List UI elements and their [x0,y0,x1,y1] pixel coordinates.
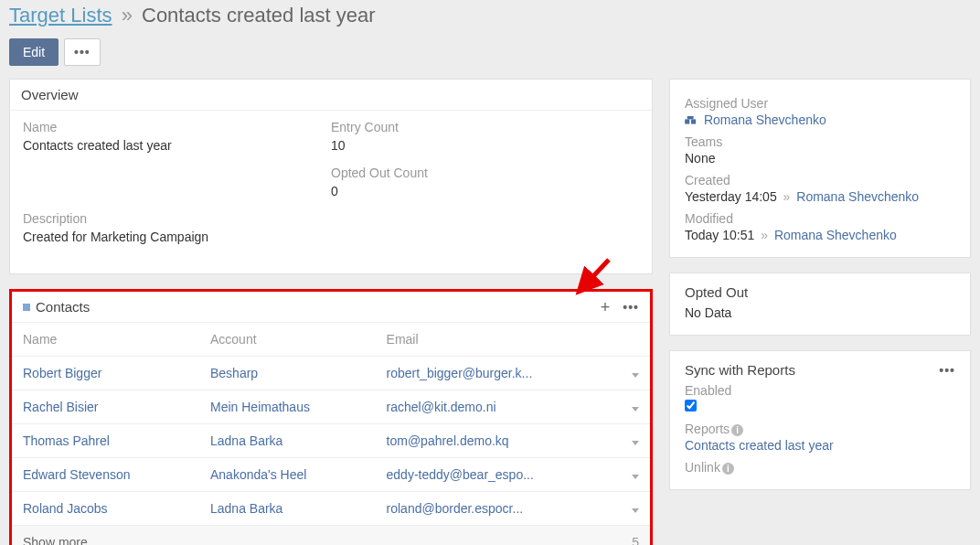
contact-account-link[interactable]: Besharp [210,366,258,380]
col-email[interactable]: Email [376,323,621,357]
modified-by-link[interactable]: Romana Shevchenko [774,228,897,242]
contact-email-link[interactable]: tom@pahrel.demo.kq [387,433,509,448]
entry-count-value: 10 [331,138,639,153]
more-actions-button[interactable]: ••• [64,38,101,66]
col-name[interactable]: Name [12,323,199,357]
page-header: Target Lists » Contacts created last yea… [9,0,971,38]
opted-out-count-value: 0 [331,184,639,198]
svg-rect-1 [685,120,689,124]
add-contact-button[interactable]: + [601,301,611,314]
row-menu-caret-icon[interactable] [632,475,639,479]
modified-date: Today 10:51 [685,228,754,242]
breadcrumb-current: Contacts created last year [142,4,376,27]
show-more-row[interactable]: Show more 5 [12,526,650,546]
user-icon [685,115,698,126]
reports-label: Reportsi [685,422,955,436]
table-row: Rachel Bisier Mein Heimathaus rachel@kit… [12,390,650,424]
created-date: Yesterday 14:05 [685,189,777,204]
reports-link[interactable]: Contacts created last year [685,438,834,453]
row-menu-caret-icon[interactable] [632,407,639,411]
breadcrumb-root-link[interactable]: Target Lists [9,4,112,27]
contacts-table: Name Account Email Robert Bigger Besharp… [12,323,650,545]
info-icon[interactable]: i [731,424,743,436]
contact-email-link[interactable]: roland@border.espocr... [387,501,524,516]
details-side-panel: Assigned User Romana Shevchenko Teams No… [669,79,971,258]
show-more-label: Show more [23,535,88,545]
contact-email-link[interactable]: rachel@kit.demo.ni [387,400,496,414]
overview-title: Overview [21,87,79,102]
modified-label: Modified [685,211,955,226]
show-more-count: 5 [632,535,639,545]
contacts-title: Contacts [36,299,90,315]
row-menu-caret-icon[interactable] [632,508,639,513]
contact-account-link[interactable]: Anakonda's Heel [210,467,306,482]
opted-out-count-label: Opted Out Count [331,166,639,180]
contact-email-link[interactable]: robert_bigger@burger.k... [387,366,533,380]
contact-name-link[interactable]: Edward Stevenson [23,467,131,482]
table-row: Robert Bigger Besharp robert_bigger@burg… [12,357,650,390]
enabled-label: Enabled [685,383,955,398]
assigned-user-label: Assigned User [685,96,955,111]
svg-rect-2 [691,120,696,124]
contact-email-link[interactable]: eddy-teddy@bear_espo... [387,467,534,482]
created-label: Created [685,173,955,187]
contact-name-link[interactable]: Rachel Bisier [23,400,98,414]
assigned-user-link[interactable]: Romana Shevchenko [704,112,826,127]
sync-reports-panel: Sync with Reports ••• Enabled Reportsi C… [669,350,971,490]
svg-rect-3 [687,116,694,119]
table-row: Thomas Pahrel Ladna Barka tom@pahrel.dem… [12,424,650,458]
unlink-label: Unlinki [685,460,955,475]
svg-line-0 [579,260,609,292]
teams-value: None [685,151,955,166]
contacts-more-button[interactable]: ••• [623,300,639,315]
table-row: Edward Stevenson Anakonda's Heel eddy-te… [12,458,650,492]
contact-name-link[interactable]: Roland Jacobs [23,501,108,516]
opted-out-value: No Data [685,305,955,320]
name-value: Contacts created last year [23,138,331,153]
opted-out-title: Opted Out [685,284,748,300]
toolbar: Edit ••• [9,38,971,66]
description-value: Created for Marketing Campaign [23,230,639,244]
created-by-link[interactable]: Romana Shevchenko [796,189,919,204]
sep-icon: » [761,228,768,242]
enabled-checkbox[interactable] [685,400,697,411]
name-label: Name [23,120,331,134]
contact-name-link[interactable]: Robert Bigger [23,366,101,380]
edit-button[interactable]: Edit [9,38,59,66]
sep-icon: » [783,189,791,204]
ellipsis-icon: ••• [74,45,91,59]
sync-more-button[interactable]: ••• [939,363,955,378]
row-menu-caret-icon[interactable] [632,373,639,378]
info-icon[interactable]: i [722,463,734,475]
table-row: Roland Jacobs Ladna Barka roland@border.… [12,492,650,526]
contact-name-link[interactable]: Thomas Pahrel [23,433,110,448]
opted-out-panel: Opted Out No Data [669,272,971,336]
contact-account-link[interactable]: Ladna Barka [210,433,282,448]
contacts-square-icon [23,304,30,311]
row-menu-caret-icon[interactable] [632,441,639,445]
contact-account-link[interactable]: Ladna Barka [210,501,282,516]
description-label: Description [23,211,639,226]
sync-title: Sync with Reports [685,362,795,378]
overview-panel: Overview Name Contacts created last year… [9,79,653,274]
contacts-panel: Contacts + ••• Name Account Email [9,289,653,545]
col-account[interactable]: Account [199,323,376,357]
teams-label: Teams [685,134,955,149]
contact-account-link[interactable]: Mein Heimathaus [210,400,310,414]
annotation-arrow-icon [568,255,613,301]
breadcrumb-separator: » [122,4,133,27]
entry-count-label: Entry Count [331,120,639,134]
